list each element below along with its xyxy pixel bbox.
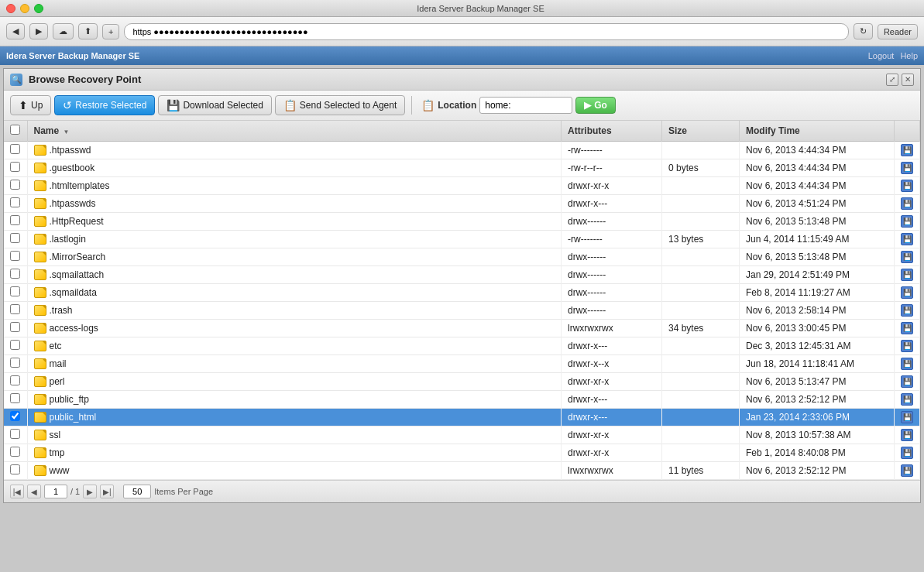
next-page-button[interactable]: ▶ xyxy=(83,485,97,498)
row-checkbox[interactable] xyxy=(10,429,20,439)
row-name[interactable]: etc xyxy=(27,337,562,355)
select-all-checkbox[interactable] xyxy=(10,125,20,135)
refresh-button[interactable]: ↻ xyxy=(854,23,873,39)
save-icon[interactable]: 💾 xyxy=(901,197,913,210)
row-name[interactable]: public_ftp xyxy=(27,391,562,409)
table-row[interactable]: .htmltemplates drwxr-xr-x Nov 6, 2013 4:… xyxy=(4,177,920,195)
up-button[interactable]: ⬆ Up xyxy=(10,95,51,115)
row-checkbox[interactable] xyxy=(10,393,20,403)
save-icon[interactable]: 💾 xyxy=(901,144,913,156)
save-icon[interactable]: 💾 xyxy=(901,269,913,281)
table-row[interactable]: etc drwxr-x--- Dec 3, 2013 12:45:31 AM 💾 xyxy=(4,337,920,355)
table-row[interactable]: www lrwxrwxrwx 11 bytes Nov 6, 2013 2:52… xyxy=(4,462,920,480)
save-icon[interactable]: 💾 xyxy=(901,286,913,299)
row-checkbox[interactable] xyxy=(10,144,20,154)
restore-button[interactable]: ↺ Restore Selected xyxy=(54,95,155,115)
row-checkbox[interactable] xyxy=(10,162,20,172)
share-button[interactable]: ⬆ xyxy=(78,23,98,39)
add-tab-button[interactable]: + xyxy=(102,24,119,39)
table-row[interactable]: .sqmaildata drwx------ Feb 8, 2014 11:19… xyxy=(4,284,920,302)
row-checkbox[interactable] xyxy=(10,304,20,314)
maximize-light[interactable] xyxy=(34,4,43,13)
forward-button[interactable]: ▶ xyxy=(29,23,48,39)
row-checkbox[interactable] xyxy=(10,358,20,368)
table-row[interactable]: .MirrorSearch drwx------ Nov 6, 2013 5:1… xyxy=(4,248,920,266)
first-page-button[interactable]: |◀ xyxy=(10,485,24,498)
table-row[interactable]: .lastlogin -rw------- 13 bytes Jun 4, 20… xyxy=(4,231,920,248)
row-name[interactable]: .lastlogin xyxy=(27,231,562,248)
save-icon[interactable]: 💾 xyxy=(901,464,913,477)
logout-link[interactable]: Logout xyxy=(868,51,895,60)
save-icon[interactable]: 💾 xyxy=(901,429,913,441)
address-input[interactable] xyxy=(124,23,848,40)
download-button[interactable]: 💾 Download Selected xyxy=(158,95,271,115)
save-icon[interactable]: 💾 xyxy=(901,340,913,352)
save-icon[interactable]: 💾 xyxy=(901,322,913,334)
row-checkbox[interactable] xyxy=(10,286,20,296)
send-agent-button[interactable]: 📋 Send Selected to Agent xyxy=(275,95,405,115)
location-input[interactable] xyxy=(479,97,572,114)
table-row[interactable]: perl drwxr-xr-x Nov 6, 2013 5:13:47 PM 💾 xyxy=(4,373,920,391)
table-row[interactable]: .htpasswd -rw------- Nov 6, 2013 4:44:34… xyxy=(4,142,920,159)
table-row[interactable]: .htpasswds drwxr-x--- Nov 6, 2013 4:51:2… xyxy=(4,195,920,213)
table-row[interactable]: ssl drwxr-xr-x Nov 8, 2013 10:57:38 AM 💾 xyxy=(4,426,920,444)
row-name[interactable]: mail xyxy=(27,355,562,373)
save-icon[interactable]: 💾 xyxy=(901,162,913,174)
row-checkbox[interactable] xyxy=(10,180,20,190)
save-icon[interactable]: 💾 xyxy=(901,375,913,388)
go-button[interactable]: ▶ Go xyxy=(575,97,616,114)
cloud-button[interactable]: ☁ xyxy=(53,23,74,39)
current-page-input[interactable] xyxy=(44,485,67,498)
row-checkbox[interactable] xyxy=(10,215,20,225)
row-checkbox[interactable] xyxy=(10,411,20,421)
table-row[interactable]: mail drwxr-x--x Jun 18, 2014 11:18:41 AM… xyxy=(4,355,920,373)
table-row[interactable]: tmp drwxr-xr-x Feb 1, 2014 8:40:08 PM 💾 xyxy=(4,444,920,462)
row-checkbox[interactable] xyxy=(10,322,20,332)
row-name[interactable]: public_html xyxy=(27,409,562,426)
row-name[interactable]: .sqmaildata xyxy=(27,284,562,302)
header-name[interactable]: Name ▼ xyxy=(27,121,562,142)
help-link[interactable]: Help xyxy=(900,51,918,60)
minimize-light[interactable] xyxy=(20,4,29,13)
items-per-page-input[interactable] xyxy=(123,485,151,498)
window-controls[interactable]: ⤢ ✕ xyxy=(886,74,914,86)
last-page-button[interactable]: ▶| xyxy=(100,485,114,498)
traffic-lights[interactable] xyxy=(6,4,43,13)
table-row[interactable]: access-logs lrwxrwxrwx 34 bytes Nov 6, 2… xyxy=(4,320,920,337)
row-name[interactable]: .sqmailattach xyxy=(27,266,562,284)
row-name[interactable]: www xyxy=(27,462,562,480)
row-name[interactable]: .htpasswd xyxy=(27,142,562,159)
save-icon[interactable]: 💾 xyxy=(901,447,913,459)
row-name[interactable]: .trash xyxy=(27,302,562,320)
table-row[interactable]: .HttpRequest drwx------ Nov 6, 2013 5:13… xyxy=(4,213,920,231)
row-checkbox[interactable] xyxy=(10,375,20,385)
row-name[interactable]: tmp xyxy=(27,444,562,462)
row-name[interactable]: access-logs xyxy=(27,320,562,337)
close-light[interactable] xyxy=(6,4,15,13)
table-row[interactable]: public_html drwxr-x--- Jan 23, 2014 2:33… xyxy=(4,409,920,426)
row-name[interactable]: .HttpRequest xyxy=(27,213,562,231)
row-checkbox[interactable] xyxy=(10,340,20,350)
row-checkbox[interactable] xyxy=(10,251,20,261)
row-name[interactable]: ssl xyxy=(27,426,562,444)
save-icon[interactable]: 💾 xyxy=(901,251,913,263)
row-checkbox[interactable] xyxy=(10,269,20,279)
prev-page-button[interactable]: ◀ xyxy=(27,485,41,498)
row-name[interactable]: .htmltemplates xyxy=(27,177,562,195)
close-button[interactable]: ✕ xyxy=(902,74,914,86)
save-icon[interactable]: 💾 xyxy=(901,233,913,245)
row-name[interactable]: .guestbook xyxy=(27,159,562,177)
save-icon[interactable]: 💾 xyxy=(901,304,913,317)
table-row[interactable]: .sqmailattach drwx------ Jan 29, 2014 2:… xyxy=(4,266,920,284)
save-icon[interactable]: 💾 xyxy=(901,393,913,406)
row-name[interactable]: perl xyxy=(27,373,562,391)
row-checkbox[interactable] xyxy=(10,447,20,457)
table-row[interactable]: public_ftp drwxr-x--- Nov 6, 2013 2:52:1… xyxy=(4,391,920,409)
save-icon[interactable]: 💾 xyxy=(901,411,913,423)
row-name[interactable]: .htpasswds xyxy=(27,195,562,213)
row-checkbox[interactable] xyxy=(10,233,20,243)
row-checkbox[interactable] xyxy=(10,464,20,474)
save-icon[interactable]: 💾 xyxy=(901,358,913,370)
maximize-button[interactable]: ⤢ xyxy=(886,74,898,86)
save-icon[interactable]: 💾 xyxy=(901,180,913,192)
